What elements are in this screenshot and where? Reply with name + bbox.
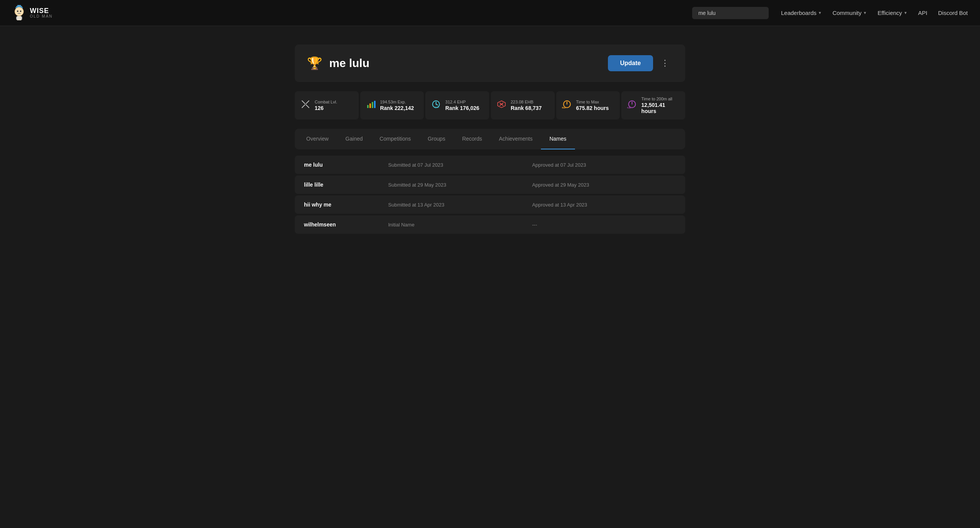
combat-icon bbox=[300, 100, 311, 111]
exp-icon bbox=[366, 100, 376, 111]
nav-leaderboards[interactable]: Leaderboards ▼ bbox=[781, 10, 822, 16]
stat-label-ehb: 223.08 EHB bbox=[511, 100, 542, 104]
stat-info-ehb: 223.08 EHB Rank 68,737 bbox=[511, 100, 542, 111]
name-row-approved: Approved at 29 May 2023 bbox=[532, 182, 676, 188]
tab-groups[interactable]: Groups bbox=[419, 129, 454, 149]
name-row-approved: --- bbox=[532, 222, 676, 228]
stat-value-exp: Rank 222,142 bbox=[380, 105, 414, 111]
names-table: me lulu Submitted at 07 Jul 2023 Approve… bbox=[295, 156, 685, 234]
svg-rect-6 bbox=[18, 13, 21, 14]
logo-icon bbox=[12, 5, 26, 21]
player-name: me lulu bbox=[329, 57, 608, 70]
name-row-approved: Approved at 13 Apr 2023 bbox=[532, 202, 676, 208]
stat-info-ehp: 312.4 EHP Rank 176,026 bbox=[445, 100, 479, 111]
logo-subtitle: OLD MAN bbox=[30, 14, 53, 18]
tab-gained[interactable]: Gained bbox=[337, 129, 371, 149]
stat-label-time-200m: Time to 200m all bbox=[641, 97, 680, 101]
svg-rect-15 bbox=[372, 102, 373, 108]
svg-rect-8 bbox=[16, 16, 17, 20]
stat-label-time-max: Time to Max bbox=[576, 100, 609, 104]
nav-efficiency[interactable]: Efficiency ▼ bbox=[877, 10, 907, 16]
svg-rect-14 bbox=[369, 103, 371, 108]
community-arrow: ▼ bbox=[863, 11, 867, 15]
stat-card-time-max: Max Time to Max 675.82 hours bbox=[556, 91, 620, 120]
nav-discord-bot[interactable]: Discord Bot bbox=[938, 10, 968, 16]
name-row-name: lille lille bbox=[304, 182, 388, 188]
svg-rect-7 bbox=[17, 16, 21, 20]
tab-competitions[interactable]: Competitions bbox=[371, 129, 420, 149]
tabs: Overview Gained Competitions Groups Reco… bbox=[295, 129, 685, 149]
nav-community[interactable]: Community ▼ bbox=[833, 10, 867, 16]
name-row: lille lille Submitted at 29 May 2023 App… bbox=[295, 175, 685, 194]
tab-overview[interactable]: Overview bbox=[298, 129, 337, 149]
name-row-name: me lulu bbox=[304, 162, 388, 168]
stat-label-ehp: 312.4 EHP bbox=[445, 100, 479, 104]
svg-rect-13 bbox=[367, 105, 369, 108]
name-row-name: hii why me bbox=[304, 202, 388, 208]
main-content: 🏆 me lulu Update ⋮ Combat Lvl. 126 bbox=[287, 26, 693, 257]
stat-card-time-200m: 4.6b Time to 200m all 12,501.41 hours bbox=[621, 91, 685, 120]
stat-card-exp: 194.53m Exp. Rank 222,142 bbox=[360, 91, 424, 120]
svg-point-3 bbox=[15, 7, 24, 16]
svg-text:4.6b: 4.6b bbox=[627, 107, 631, 109]
name-row-name: wilhelmseen bbox=[304, 221, 388, 228]
svg-point-4 bbox=[17, 10, 18, 12]
stat-info-combat: Combat Lvl. 126 bbox=[315, 100, 337, 111]
name-row-submitted: Submitted at 07 Jul 2023 bbox=[388, 162, 532, 168]
logo[interactable]: WISE OLD MAN bbox=[12, 5, 53, 21]
tab-achievements[interactable]: Achievements bbox=[490, 129, 541, 149]
player-header: 🏆 me lulu Update ⋮ bbox=[295, 44, 685, 82]
stat-value-time-max: 675.82 hours bbox=[576, 105, 609, 111]
stat-value-time-200m: 12,501.41 hours bbox=[641, 102, 680, 114]
stat-card-ehp: EHP 312.4 EHP Rank 176,026 bbox=[425, 91, 489, 120]
name-row: wilhelmseen Initial Name --- bbox=[295, 215, 685, 234]
stat-value-ehb: Rank 68,737 bbox=[511, 105, 542, 111]
tab-records[interactable]: Records bbox=[454, 129, 490, 149]
ehp-icon: EHP bbox=[431, 100, 441, 111]
name-row-submitted: Submitted at 13 Apr 2023 bbox=[388, 202, 532, 208]
more-options-button[interactable]: ⋮ bbox=[658, 57, 673, 70]
name-row: me lulu Submitted at 07 Jul 2023 Approve… bbox=[295, 156, 685, 174]
svg-point-5 bbox=[20, 10, 21, 12]
stat-info-time-200m: Time to 200m all 12,501.41 hours bbox=[641, 97, 680, 114]
ehb-icon bbox=[496, 100, 507, 111]
stat-info-time-max: Time to Max 675.82 hours bbox=[576, 100, 609, 111]
name-row-approved: Approved at 07 Jul 2023 bbox=[532, 162, 676, 168]
efficiency-arrow: ▼ bbox=[903, 11, 907, 15]
update-button[interactable]: Update bbox=[608, 55, 653, 71]
stat-value-combat: 126 bbox=[315, 105, 337, 111]
svg-text:Max: Max bbox=[562, 107, 566, 109]
svg-line-19 bbox=[436, 104, 438, 105]
player-trophy-icon: 🏆 bbox=[307, 56, 322, 71]
tab-names[interactable]: Names bbox=[541, 129, 575, 149]
name-row: hii why me Submitted at 13 Apr 2023 Appr… bbox=[295, 195, 685, 214]
time-200m-icon: 4.6b bbox=[627, 100, 637, 111]
name-row-submitted: Submitted at 29 May 2023 bbox=[388, 182, 532, 188]
svg-text:EHP: EHP bbox=[434, 106, 439, 108]
stat-label-exp: 194.53m Exp. bbox=[380, 100, 414, 104]
stat-info-exp: 194.53m Exp. Rank 222,142 bbox=[380, 100, 414, 111]
stat-card-combat: Combat Lvl. 126 bbox=[295, 91, 359, 120]
stat-card-ehb: 223.08 EHB Rank 68,737 bbox=[491, 91, 555, 120]
navbar: WISE OLD MAN Leaderboards ▼ Community ▼ … bbox=[0, 0, 980, 26]
name-row-submitted: Initial Name bbox=[388, 222, 532, 228]
stat-value-ehp: Rank 176,026 bbox=[445, 105, 479, 111]
logo-title: WISE bbox=[30, 7, 53, 14]
stat-cards: Combat Lvl. 126 194.53m Exp. Rank 222,14… bbox=[295, 91, 685, 120]
svg-rect-9 bbox=[21, 16, 22, 20]
nav-api[interactable]: API bbox=[918, 10, 927, 16]
leaderboards-arrow: ▼ bbox=[818, 11, 822, 15]
svg-rect-12 bbox=[305, 104, 306, 105]
stat-label-combat: Combat Lvl. bbox=[315, 100, 337, 104]
svg-rect-16 bbox=[374, 101, 376, 108]
time-max-icon: Max bbox=[562, 100, 572, 111]
nav-links: Leaderboards ▼ Community ▼ Efficiency ▼ … bbox=[781, 10, 968, 16]
logo-text: WISE OLD MAN bbox=[30, 7, 53, 18]
search-input[interactable] bbox=[692, 7, 769, 19]
